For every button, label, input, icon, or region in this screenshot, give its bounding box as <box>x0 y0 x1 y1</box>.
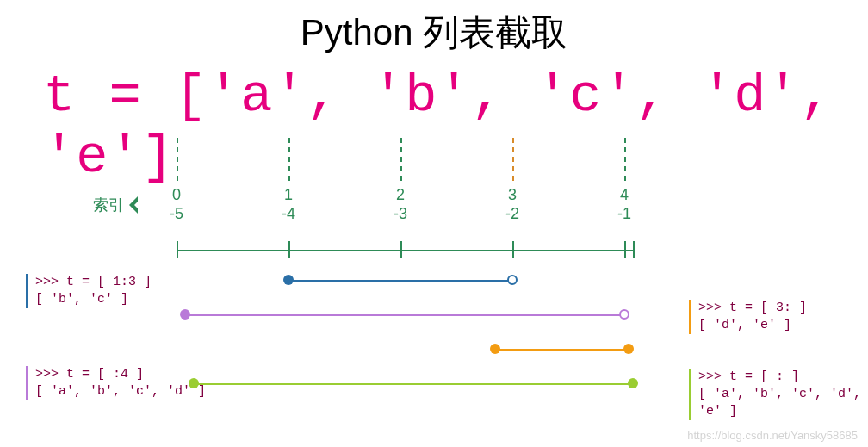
neg-idx-1: -4 <box>271 204 306 223</box>
example-3-end: >>> t = [ 3: ] [ 'd', 'e' ] <box>689 300 807 334</box>
example-result: [ 'a', 'b', 'c', 'd' ] <box>35 383 206 400</box>
axis-tick-2 <box>400 241 402 258</box>
axis-end-tick <box>633 241 635 258</box>
index-col-4: 4 -1 <box>607 185 642 223</box>
example-result: [ 'b', 'c' ] <box>35 291 152 308</box>
range-start-3-end <box>490 344 500 354</box>
neg-idx-4: -1 <box>607 204 642 223</box>
range-line-3-end <box>495 349 629 351</box>
example-result: [ 'd', 'e' ] <box>698 317 807 334</box>
range-start-1-3 <box>283 275 294 285</box>
drop-line-1 <box>288 138 290 181</box>
neg-idx-0: -5 <box>159 204 194 223</box>
example-code: >>> t = [ 1:3 ] <box>35 274 152 291</box>
example-all: >>> t = [ : ] [ 'a', 'b', 'c', 'd', 'e' … <box>689 369 868 420</box>
index-col-0: 0 -5 <box>159 185 194 223</box>
example-code: >>> t = [ :4 ] <box>35 366 206 383</box>
example-code: >>> t = [ : ] <box>698 369 868 386</box>
axis-tick-0 <box>177 241 178 258</box>
index-label: 索引 <box>93 185 150 225</box>
range-end-1-3 <box>507 275 518 285</box>
slicing-diagram: 索引 0 -5 1 -4 2 -3 3 -2 4 -1 >> <box>0 138 868 447</box>
neg-idx-2: -3 <box>383 204 418 223</box>
example-result: [ 'a', 'b', 'c', 'd', 'e' ] <box>698 386 868 420</box>
range-line-1-3 <box>288 280 512 282</box>
axis <box>177 250 633 251</box>
pos-idx-4: 4 <box>607 185 642 204</box>
bracket-icon <box>129 185 143 225</box>
range-start-0-4 <box>180 309 190 320</box>
example-0-4: >>> t = [ :4 ] [ 'a', 'b', 'c', 'd' ] <box>26 366 206 400</box>
watermark: https://blog.csdn.net/Yansky58685 <box>687 429 858 442</box>
axis-tick-3 <box>512 241 514 258</box>
drop-line-3 <box>512 138 514 181</box>
index-col-1: 1 -4 <box>271 185 306 223</box>
index-col-2: 2 -3 <box>383 185 418 223</box>
page-title: Python 列表截取 <box>0 9 868 57</box>
neg-idx-3: -2 <box>495 204 530 223</box>
axis-tick-1 <box>288 241 290 258</box>
drop-line-4 <box>624 138 626 181</box>
axis-tick-4 <box>624 241 626 258</box>
pos-idx-3: 3 <box>495 185 530 204</box>
pos-idx-0: 0 <box>159 185 194 204</box>
range-end-all <box>628 378 638 388</box>
range-end-3-end <box>623 344 634 354</box>
example-code: >>> t = [ 3: ] <box>698 300 807 317</box>
pos-idx-1: 1 <box>271 185 306 204</box>
range-end-0-4 <box>619 309 629 320</box>
pos-idx-2: 2 <box>383 185 418 204</box>
example-1-3: >>> t = [ 1:3 ] [ 'b', 'c' ] <box>26 274 152 308</box>
drop-line-2 <box>400 138 402 181</box>
index-col-3: 3 -2 <box>495 185 530 223</box>
range-line-all <box>194 383 633 385</box>
drop-line-0 <box>177 138 178 181</box>
index-label-text: 索引 <box>93 195 124 215</box>
range-line-0-4 <box>185 314 624 316</box>
